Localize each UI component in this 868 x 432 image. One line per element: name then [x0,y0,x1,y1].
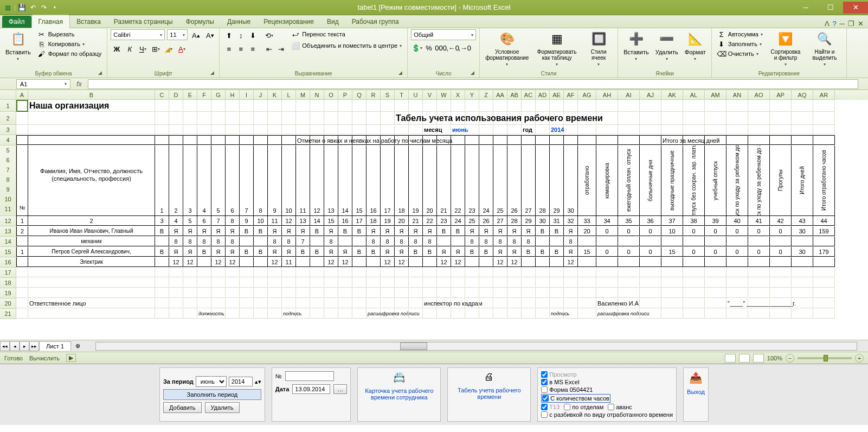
cell[interactable]: 7 [296,237,310,246]
col-header[interactable]: C [155,90,169,100]
cell[interactable] [16,268,28,277]
cell[interactable]: 36 [640,216,661,226]
cell[interactable]: 8 [465,237,479,246]
cell[interactable] [16,135,28,145]
fx-icon[interactable]: fx [70,80,88,88]
cell[interactable] [254,257,268,267]
cell[interactable] [522,298,536,308]
cell[interactable] [254,100,268,112]
cell[interactable] [211,278,226,288]
file-tab[interactable]: Файл [2,16,31,28]
cell[interactable] [28,135,155,145]
cell[interactable]: 12 [211,257,226,267]
cell[interactable] [507,125,522,135]
cell[interactable] [683,135,705,145]
data-tab[interactable]: Данные [221,15,257,28]
cell[interactable] [254,278,268,288]
col-header[interactable]: AD [536,90,550,100]
cell[interactable]: В [296,247,310,257]
cell[interactable] [310,309,324,319]
col-header[interactable]: AL [683,90,705,100]
cell[interactable] [578,268,596,277]
cell[interactable] [409,278,423,288]
cell[interactable] [726,288,748,298]
cell[interactable] [183,278,197,288]
cell[interactable]: 8 [507,237,522,246]
undo-icon[interactable]: ↶ [29,3,37,12]
cell[interactable] [618,298,640,308]
currency-button[interactable]: 💲▾ [411,42,423,54]
col-header[interactable]: AE [550,90,564,100]
italic-button[interactable]: К [124,43,136,55]
increase-indent-button[interactable]: ⇥ [275,43,287,55]
cell[interactable] [324,298,338,308]
cell[interactable] [338,237,352,246]
cell[interactable]: Я [451,247,465,257]
cell[interactable] [726,237,748,246]
cell[interactable]: 2 [169,145,183,216]
cell[interactable]: 0 [748,247,770,257]
cell[interactable]: 12 [226,257,240,267]
cell[interactable] [240,257,254,267]
cell[interactable] [16,237,28,246]
cell[interactable] [254,288,268,298]
cell[interactable] [661,237,683,246]
cell[interactable] [409,125,423,135]
cell[interactable] [352,112,367,125]
cell[interactable]: Я [423,226,437,236]
col-header[interactable]: D [169,90,183,100]
cell[interactable] [155,257,169,267]
tab-last-button[interactable]: ▸▸ [29,341,39,351]
cell[interactable] [465,309,479,319]
cell[interactable] [550,257,564,267]
cell[interactable] [726,125,748,135]
cell[interactable]: 8 [282,237,296,246]
col-header[interactable]: AQ [792,90,813,100]
zoom-out-button[interactable]: − [786,354,794,363]
cell[interactable]: 37 [661,216,683,226]
cell[interactable]: ежегодный оплач. отпуск [618,145,640,216]
period-month-select[interactable]: июнь [196,376,227,387]
cell[interactable]: Я [211,226,226,236]
cell[interactable]: 32 [564,216,578,226]
cell[interactable] [618,100,640,112]
cell[interactable] [395,278,409,288]
cell[interactable]: Я [169,247,183,257]
cell[interactable] [211,309,226,319]
cell[interactable]: 0 [726,226,748,236]
cell[interactable]: 31 [550,216,564,226]
cell[interactable] [536,288,550,298]
cell[interactable] [536,237,550,246]
cell[interactable] [550,237,564,246]
cell[interactable] [507,309,522,319]
cell[interactable]: подпись [550,309,564,319]
home-tab[interactable]: Главная [31,15,70,28]
cell[interactable] [324,268,338,277]
cell[interactable] [367,268,381,277]
form-check[interactable]: Форма 0504421 [541,386,593,393]
orientation-button[interactable]: ⟲▾ [263,29,275,41]
wb-restore-icon[interactable]: ❐ [848,20,854,28]
cell[interactable] [423,100,437,112]
cell[interactable] [726,278,748,288]
cell[interactable] [367,257,381,267]
row-header[interactable]: 567891011 [0,145,16,216]
cell[interactable]: В [310,226,324,236]
cell[interactable]: 26 [507,145,522,216]
borders-button[interactable]: ⊞▾ [150,43,162,55]
cell[interactable] [16,125,28,135]
cell[interactable]: Я [507,226,522,236]
cell[interactable] [683,257,705,267]
cell[interactable] [254,135,268,145]
cell[interactable]: В [522,247,536,257]
fill-button[interactable]: ⬇Заполнить ▾ [715,39,765,49]
cell[interactable]: 25 [493,145,507,216]
cell[interactable] [813,125,835,135]
cell[interactable] [465,278,479,288]
cell[interactable] [493,298,507,308]
col-header[interactable]: H [226,90,240,100]
align-middle-button[interactable]: ↕ [235,29,247,41]
cell[interactable] [792,309,813,319]
cell[interactable]: Я [296,226,310,236]
cell[interactable] [169,100,183,112]
